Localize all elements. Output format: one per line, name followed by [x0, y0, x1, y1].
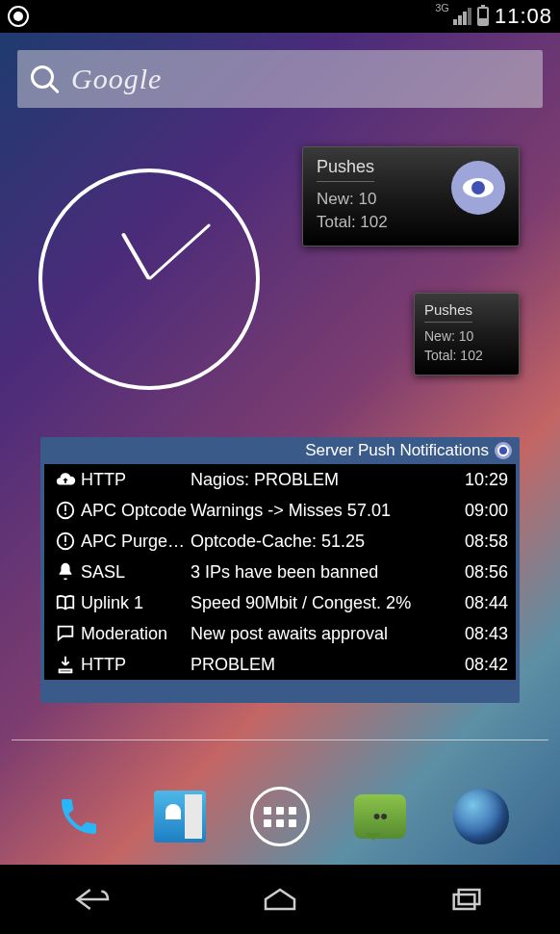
svg-rect-2	[64, 513, 66, 515]
notification-time: 08:42	[465, 655, 508, 675]
book-icon	[52, 591, 79, 614]
notification-label: Uplink 1	[81, 593, 189, 613]
cloud-up-icon	[52, 468, 79, 491]
chat-icon	[52, 622, 79, 645]
home-button[interactable]	[251, 880, 309, 919]
hour-hand	[121, 232, 151, 280]
download-icon	[52, 653, 79, 676]
pushes-widget-small[interactable]: Pushes New: 10 Total: 102	[414, 293, 520, 376]
contacts-icon	[154, 791, 206, 843]
notification-row[interactable]: Uplink 1Speed 90Mbit / Congest. 2%08:44	[44, 587, 516, 618]
pushes-total: Total: 102	[317, 213, 505, 232]
google-search-bar[interactable]: Google	[17, 50, 543, 108]
svg-rect-5	[64, 544, 66, 546]
notification-row[interactable]: HTTPPROBLEM08:42	[44, 649, 516, 680]
notification-time: 09:00	[465, 501, 508, 521]
notification-label: Moderation	[81, 624, 189, 644]
eye-icon	[495, 442, 512, 459]
search-placeholder: Google	[71, 63, 162, 95]
alert-icon	[52, 530, 79, 553]
server-widget-header: Server Push Notifications	[40, 437, 520, 464]
minute-hand	[148, 223, 211, 280]
svg-rect-7	[459, 890, 480, 904]
network-type: 3G	[435, 2, 449, 13]
browser-app[interactable]	[448, 784, 514, 849]
notification-row[interactable]: ModerationNew post awaits approval08:43	[44, 618, 516, 649]
search-icon	[31, 65, 58, 92]
server-notification-list: HTTPNagios: PROBLEM10:29APC OptcodeWarni…	[44, 464, 516, 680]
app-drawer-button[interactable]	[247, 784, 313, 849]
contacts-app[interactable]	[147, 784, 213, 849]
message-icon: ••	[354, 794, 406, 839]
notification-message: Nagios: PROBLEM	[191, 470, 463, 490]
alert-icon	[52, 499, 79, 522]
pushes-widget-large[interactable]: Pushes New: 10 Total: 102	[302, 146, 520, 246]
svg-rect-4	[64, 536, 66, 542]
notification-time: 08:44	[465, 593, 508, 613]
app-status-icon	[8, 6, 29, 27]
battery-icon	[477, 7, 489, 26]
phone-app[interactable]	[46, 784, 112, 849]
page-indicator-divider	[12, 739, 548, 740]
back-button[interactable]	[64, 880, 122, 919]
recents-button[interactable]	[438, 880, 496, 919]
messaging-app[interactable]: ••	[347, 784, 413, 849]
notification-message: Speed 90Mbit / Congest. 2%	[191, 593, 463, 613]
pushes-title: Pushes	[424, 301, 472, 323]
notification-label: HTTP	[81, 470, 189, 490]
notification-time: 08:43	[465, 624, 508, 644]
phone-icon	[56, 793, 102, 840]
notification-row[interactable]: APC OptcodeWarnings -> Misses 57.0109:00	[44, 495, 516, 526]
server-notifications-widget[interactable]: Server Push Notifications HTTPNagios: PR…	[40, 437, 520, 703]
notification-label: SASL	[81, 562, 189, 583]
globe-icon	[453, 789, 509, 844]
notification-message: 3 IPs have been banned	[191, 562, 463, 583]
pushes-total: Total: 102	[424, 348, 509, 363]
notification-message: Optcode-Cache: 51.25	[191, 532, 463, 552]
svg-rect-1	[64, 506, 66, 511]
signal-icon	[453, 8, 471, 25]
notification-time: 08:56	[465, 562, 508, 583]
notification-label: HTTP	[81, 655, 189, 675]
analog-clock-widget[interactable]	[38, 169, 260, 390]
bell-icon	[52, 560, 79, 584]
pushes-new: New: 10	[424, 328, 509, 344]
notification-time: 10:29	[465, 470, 508, 490]
apps-icon	[250, 787, 310, 846]
notification-message: New post awaits approval	[191, 624, 463, 644]
notification-label: APC Optcode	[81, 501, 189, 521]
eye-icon	[451, 161, 505, 215]
svg-rect-6	[454, 895, 475, 909]
notification-row[interactable]: APC Purge…Optcode-Cache: 51.2508:58	[44, 526, 516, 557]
dock: ••	[0, 780, 560, 853]
notification-row[interactable]: HTTPNagios: PROBLEM10:29	[44, 464, 516, 495]
notification-row[interactable]: SASL3 IPs have been banned08:56	[44, 557, 516, 587]
server-widget-title: Server Push Notifications	[305, 441, 489, 460]
status-clock: 11:08	[495, 4, 552, 29]
pushes-title: Pushes	[317, 157, 374, 182]
notification-message: PROBLEM	[191, 655, 463, 675]
notification-label: APC Purge…	[81, 532, 189, 552]
notification-message: Warnings -> Misses 57.01	[191, 501, 463, 521]
navigation-bar	[0, 865, 560, 934]
status-bar: 3G 11:08	[0, 0, 560, 33]
notification-time: 08:58	[465, 532, 508, 552]
